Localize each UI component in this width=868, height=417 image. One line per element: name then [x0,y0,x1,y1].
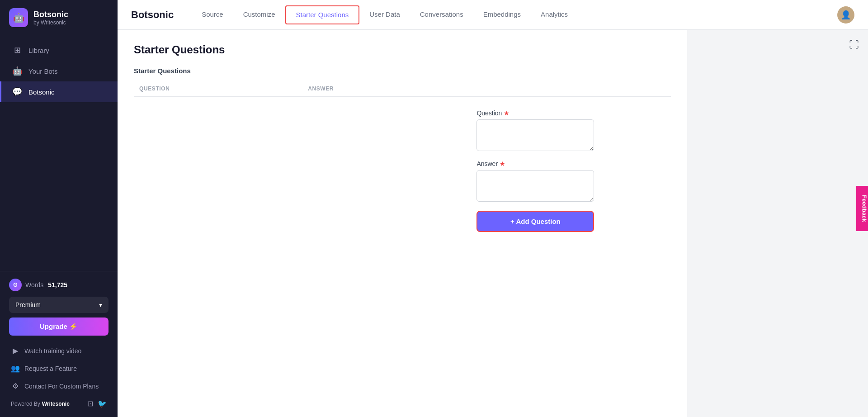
logo-icon: 🤖 [9,8,28,27]
powered-by-text: Powered By Writesonic [11,401,70,407]
upgrade-button[interactable]: Upgrade ⚡ [9,317,108,336]
twitter-icon[interactable]: 🐦 [98,399,107,408]
form-cell: Question ★ Answer ★ [471,97,671,238]
discord-icon[interactable]: ⊡ [87,399,93,408]
add-question-label: + Add Question [510,218,561,225]
col-form-header [471,82,671,97]
logo-text: Botsonic by Writesonic [33,10,68,26]
contact-custom-link[interactable]: ⚙ Contact For Custom Plans [9,378,108,394]
page-title: Starter Questions [134,43,671,56]
tab-starter-questions[interactable]: Starter Questions [285,5,360,24]
answer-required: ★ [500,160,505,167]
question-form-group: Question ★ [476,109,665,153]
col-question: QUESTION [134,82,302,97]
main-content: Botsonic Source Customize Starter Questi… [118,0,868,417]
sidebar-bottom: G Words 51,725 Premium ▾ Upgrade ⚡ ▶ Wat… [0,271,118,417]
sidebar-item-library[interactable]: ⊞ Library [0,40,118,61]
content-area: Starter Questions Starter Questions QUES… [118,30,687,417]
tab-embeddings[interactable]: Embeddings [473,0,531,30]
words-avatar: G [9,279,22,291]
right-panel: ⛶ [687,30,868,417]
app-subtitle: by Writesonic [33,19,68,26]
premium-label: Premium [15,301,41,308]
tab-customize[interactable]: Customize [233,0,285,30]
top-nav: Botsonic Source Customize Starter Questi… [118,0,868,30]
contact-custom-label: Contact For Custom Plans [24,383,99,390]
library-icon: ⊞ [12,45,22,55]
chevron-down-icon: ▾ [99,301,102,308]
feature-icon: 👥 [11,364,20,373]
app-name: Botsonic [33,10,68,19]
tab-conversations[interactable]: Conversations [410,0,473,30]
powered-by-prefix: Powered By [11,401,40,407]
logo-area: 🤖 Botsonic by Writesonic [0,0,118,35]
sidebar: 🤖 Botsonic by Writesonic ⊞ Library 🤖 You… [0,0,118,417]
qa-table: QUESTION ANSWER Question [134,82,671,237]
words-row: G Words 51,725 [9,279,108,291]
question-textarea[interactable] [476,119,594,151]
tab-user-data[interactable]: User Data [359,0,410,30]
tab-analytics[interactable]: Analytics [531,0,578,30]
powered-by: Powered By Writesonic ⊡ 🐦 [9,394,108,410]
answer-label: Answer ★ [476,160,665,167]
question-required: ★ [504,109,509,117]
feedback-label: Feedback [861,195,868,222]
sidebar-item-label-bots: Your Bots [28,67,58,75]
botsonic-icon: 💬 [12,87,22,97]
add-question-button[interactable]: + Add Question [476,211,594,232]
app-title: Botsonic [131,9,174,21]
watch-video-link[interactable]: ▶ Watch training video [9,343,108,359]
question-cell [134,97,302,238]
request-feature-label: Request a Feature [24,365,77,372]
feedback-tab[interactable]: Feedback [857,186,868,231]
sidebar-nav: ⊞ Library 🤖 Your Bots 💬 Botsonic [0,35,118,271]
sidebar-item-label-botsonic: Botsonic [28,88,55,96]
qa-form: Question ★ Answer ★ [476,109,665,232]
expand-button[interactable]: ⛶ [849,39,859,51]
bots-icon: 🤖 [12,66,22,76]
sidebar-item-your-bots[interactable]: 🤖 Your Bots [0,61,118,81]
answer-cell [302,97,471,238]
premium-button[interactable]: Premium ▾ [9,297,108,313]
powered-brand: Writesonic [42,401,70,407]
nav-tabs: Source Customize Starter Questions User … [192,0,837,30]
request-feature-link[interactable]: 👥 Request a Feature [9,360,108,376]
sidebar-links: ▶ Watch training video 👥 Request a Featu… [9,343,108,394]
section-label: Starter Questions [134,67,671,75]
sidebar-item-botsonic[interactable]: 💬 Botsonic [0,81,118,102]
words-count: 51,725 [48,281,67,289]
sidebar-item-label-library: Library [28,47,49,54]
col-answer: ANSWER [302,82,471,97]
tab-source[interactable]: Source [192,0,233,30]
play-icon: ▶ [11,346,20,355]
question-label: Question ★ [476,109,665,117]
words-label: Words [25,281,43,289]
page-body: Starter Questions Starter Questions QUES… [118,30,868,417]
watch-video-label: Watch training video [24,347,81,355]
contact-icon: ⚙ [11,382,20,390]
social-icons: ⊡ 🐦 [87,399,107,408]
answer-form-group: Answer ★ [476,160,665,204]
user-avatar[interactable]: 👤 [837,6,854,24]
upgrade-label: Upgrade ⚡ [40,322,78,331]
answer-textarea[interactable] [476,170,594,202]
